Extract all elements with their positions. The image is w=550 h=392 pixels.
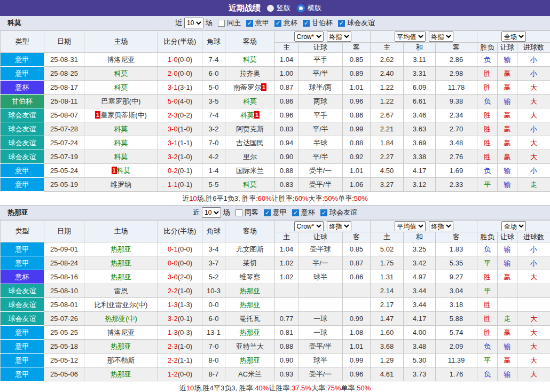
average-odds-cell: 3.48 xyxy=(404,340,436,354)
team-label: 国际米兰 xyxy=(236,167,264,175)
games-label: 场 xyxy=(223,208,230,217)
team-label: AC米兰 xyxy=(238,370,262,378)
result-cell: 走 xyxy=(517,178,550,192)
result-flag: 负 xyxy=(484,97,491,105)
average-odds-cell: 1.84 xyxy=(371,136,404,150)
filter-bar: 热那亚近10场同客✓意甲✓意杯✓球会友谊 xyxy=(0,206,550,220)
result-flag: 大 xyxy=(530,97,537,105)
team-cell: 科莫 xyxy=(84,67,158,81)
result-flag: 赢 xyxy=(504,328,511,336)
league-checkbox[interactable]: ✓ xyxy=(246,20,253,27)
avg-provider-select[interactable]: 平均值 xyxy=(395,32,426,42)
team-cell: 热那亚 xyxy=(84,256,158,270)
layout-radio-horizontal[interactable]: 横版 xyxy=(297,3,321,13)
team-label: 科莫 xyxy=(243,97,257,105)
recent-count-select[interactable]: 10 xyxy=(184,18,203,28)
result-cell: 小 xyxy=(517,256,550,270)
result-flag: 大 xyxy=(530,370,537,378)
result-flag: 胜 xyxy=(484,328,491,336)
layout-radio-vertical[interactable]: 竖版 xyxy=(267,3,290,13)
fulltime-select[interactable]: 全场 xyxy=(501,221,526,231)
recent-count-select[interactable]: 10 xyxy=(202,207,221,218)
handicap-odds-cell: 0.96 xyxy=(343,367,371,381)
handicap-odds-cell: 球半/两 xyxy=(298,81,343,95)
handicap-odds-cell: 0.86 xyxy=(343,108,371,122)
league-checkbox[interactable]: ✓ xyxy=(338,20,345,27)
same-side-checkbox[interactable] xyxy=(235,209,242,216)
league-checkbox[interactable]: ✓ xyxy=(320,209,327,216)
handicap-odds-cell: 1.04 xyxy=(275,242,298,256)
league-checkbox[interactable]: ✓ xyxy=(274,20,281,27)
score-cell: 2-0(0-0) xyxy=(158,67,202,81)
team-cell: 博洛尼亚 xyxy=(84,53,158,67)
games-label: 场 xyxy=(206,18,213,28)
result-cell: 小 xyxy=(517,242,550,256)
column-header: 日期 xyxy=(44,31,84,53)
fulltime-score: 5-0 xyxy=(168,97,178,105)
corner-cell: 7-0 xyxy=(202,340,225,354)
rank-badge: 1 xyxy=(254,111,260,119)
league-type-cell: 甘伯杯 xyxy=(1,95,44,108)
radio-horizontal-label: 横版 xyxy=(308,3,321,13)
league-type-cell: 球会友谊 xyxy=(1,298,44,312)
team-label: 雷恩 xyxy=(114,287,128,295)
corner-cell: 3-7 xyxy=(202,256,225,270)
rank-badge: 1 xyxy=(112,167,117,174)
filter-controls: 近10场同客✓意甲✓意杯✓球会友谊 xyxy=(0,206,550,219)
result-cell: 大 xyxy=(517,95,550,108)
result-cell: 大 xyxy=(517,108,550,122)
corner-cell: 1-4 xyxy=(202,164,225,178)
score-cell: 0-1(0-0) xyxy=(158,242,202,256)
date-cell: 25-05-18 xyxy=(44,340,84,354)
odds-final-select[interactable]: 终指 xyxy=(327,221,351,231)
team-cell: 科莫 xyxy=(225,53,275,67)
fulltime-score: 3-2 xyxy=(168,153,178,161)
handicap-odds-cell: 0.90 xyxy=(275,354,298,367)
odds-provider-select[interactable]: Crow* xyxy=(294,221,324,231)
odds-final-select[interactable]: 终指 xyxy=(327,32,351,42)
team-cell: 科莫 xyxy=(84,136,158,150)
summary-segment: 单率: xyxy=(341,383,357,392)
average-odds-cell: 3.68 xyxy=(371,340,404,354)
summary-segment: 让胜率: xyxy=(269,383,292,392)
sub-column-header: 客 xyxy=(343,232,371,242)
fulltime-score: 1-0 xyxy=(168,56,178,64)
handicap-odds-cell: 半/一 xyxy=(298,256,343,270)
team-cell: 阿贾克斯 xyxy=(225,122,275,136)
average-odds-cell: 2.34 xyxy=(436,108,477,122)
fulltime-score: 1-1 xyxy=(168,181,178,189)
result-cell: 胜 xyxy=(477,326,498,340)
odds-provider-select[interactable]: Crow* xyxy=(294,32,324,42)
team-cell: 曼托瓦 xyxy=(225,312,275,326)
date-cell: 25-08-17 xyxy=(44,81,84,95)
league-type-cell: 意甲 xyxy=(1,340,44,354)
result-flag: 走 xyxy=(504,315,511,323)
handicap-odds-cell: 受半/一 xyxy=(298,164,343,178)
league-checkbox[interactable]: ✓ xyxy=(292,209,299,216)
team-cell: 热那亚 xyxy=(84,270,158,284)
corner-cell: 3-5 xyxy=(202,95,225,108)
handicap-odds-cell: 0.83 xyxy=(275,122,298,136)
same-side-checkbox[interactable] xyxy=(218,20,225,27)
result-cell: 胜 xyxy=(477,108,498,122)
average-odds-cell: 2.33 xyxy=(436,178,477,192)
fulltime-select[interactable]: 全场 xyxy=(501,32,526,42)
fulltime-score: 3-0 xyxy=(168,273,178,281)
summary-segment: 10 xyxy=(186,384,194,392)
result-flag: 平 xyxy=(484,356,491,364)
league-checkbox[interactable]: ✓ xyxy=(264,209,271,216)
league-checkbox[interactable]: ✓ xyxy=(303,20,310,27)
avg-final-select[interactable]: 终指 xyxy=(429,32,453,42)
team-cell: 亚特兰大 xyxy=(225,340,275,354)
result-flag: 赢 xyxy=(504,153,511,161)
handicap-odds-cell: 1.01 xyxy=(343,164,371,178)
handicap-odds-cell: 受半球 xyxy=(298,242,343,256)
score-cell: 2-3(0-2) xyxy=(158,108,202,122)
avg-provider-select[interactable]: 平均值 xyxy=(395,221,426,231)
result-cell: 胜 xyxy=(477,312,498,326)
match-row: 意杯25-08-16热那亚3-0(2-0)5-2维琴察1.02球半0.861.3… xyxy=(1,270,550,284)
result-flag: 走 xyxy=(530,181,537,189)
corner-cell: 10-3 xyxy=(202,284,225,298)
avg-final-select[interactable]: 终指 xyxy=(429,221,453,231)
result-cell: 平 xyxy=(477,354,498,367)
